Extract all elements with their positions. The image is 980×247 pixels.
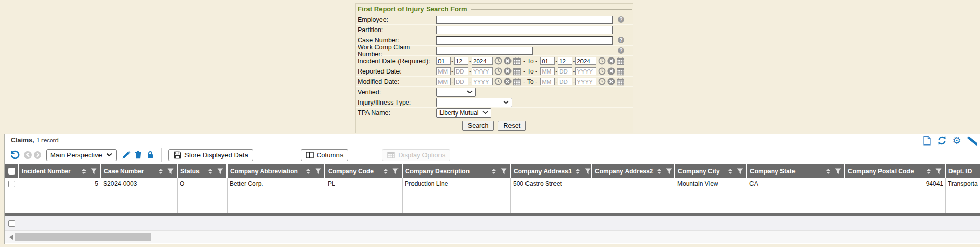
column-header-status[interactable]: Status — [178, 164, 228, 178]
column-header-case-number[interactable]: Case Number — [101, 164, 178, 178]
filter-funnel-icon[interactable] — [167, 168, 174, 175]
sort-icon[interactable] — [826, 169, 830, 174]
sort-icon[interactable] — [728, 169, 732, 174]
calendar-icon[interactable] — [513, 57, 521, 65]
sort-icon[interactable] — [492, 169, 496, 174]
month-input[interactable] — [540, 67, 555, 75]
calendar-icon[interactable] — [513, 78, 521, 85]
lock-icon[interactable] — [146, 151, 154, 159]
clear-date-icon[interactable] — [504, 57, 512, 65]
day-input[interactable] — [558, 78, 572, 85]
clear-date-icon[interactable] — [504, 67, 512, 75]
calendar-icon[interactable] — [617, 57, 624, 65]
new-document-icon[interactable] — [921, 135, 932, 146]
tpa-name-select[interactable]: Liberty Mutual — [436, 108, 491, 118]
filter-funnel-icon[interactable] — [315, 168, 321, 175]
column-header-company-address1[interactable]: Company Address1 — [511, 164, 592, 178]
help-icon[interactable]: ? — [618, 47, 624, 54]
sort-icon[interactable] — [159, 169, 163, 174]
filter-funnel-icon[interactable] — [392, 168, 399, 175]
sort-icon[interactable] — [927, 169, 931, 174]
partition-input[interactable] — [436, 26, 613, 34]
calendar-icon[interactable] — [617, 67, 624, 75]
store-displayed-data-button[interactable]: Store Displayed Data — [168, 149, 253, 161]
undo-icon[interactable] — [10, 150, 20, 160]
clear-date-icon[interactable] — [607, 67, 615, 75]
year-input[interactable] — [575, 57, 596, 65]
row-checkbox[interactable] — [8, 181, 15, 187]
perspective-select[interactable]: Main Perspective — [46, 149, 117, 161]
clock-icon[interactable] — [494, 78, 502, 85]
sort-icon[interactable] — [208, 169, 212, 174]
column-header-company-code[interactable]: Company Code — [325, 164, 403, 178]
year-input[interactable] — [472, 67, 493, 75]
column-header-company-address2[interactable]: Company Address2 — [592, 164, 675, 178]
clock-icon[interactable] — [494, 57, 502, 65]
filter-funnel-icon[interactable] — [666, 168, 672, 175]
sort-icon[interactable] — [657, 169, 661, 174]
select-all-checkbox[interactable] — [5, 164, 19, 178]
column-header-dept-id[interactable]: Dept. ID — [946, 164, 980, 178]
year-input[interactable] — [575, 78, 596, 85]
column-header-company-city[interactable]: Company City — [675, 164, 747, 178]
clock-icon[interactable] — [598, 57, 606, 65]
verified-select[interactable] — [436, 88, 476, 97]
help-icon[interactable]: ? — [618, 16, 624, 23]
year-input[interactable] — [575, 67, 596, 75]
year-input[interactable] — [472, 78, 493, 85]
day-input[interactable] — [454, 57, 468, 65]
calendar-icon[interactable] — [513, 67, 521, 75]
work-comp-input[interactable] — [436, 47, 533, 55]
day-input[interactable] — [454, 67, 468, 75]
scroll-left-arrow-icon[interactable] — [9, 235, 13, 240]
columns-button[interactable]: Columns — [301, 149, 348, 161]
clock-icon[interactable] — [494, 67, 502, 75]
calendar-icon[interactable] — [617, 78, 624, 85]
column-header-incident-number[interactable]: Incident Number — [19, 164, 101, 178]
clock-icon[interactable] — [598, 78, 606, 85]
clear-date-icon[interactable] — [504, 78, 512, 85]
clock-icon[interactable] — [598, 67, 606, 75]
month-input[interactable] — [436, 57, 451, 65]
month-input[interactable] — [436, 78, 451, 85]
injury-type-select[interactable] — [436, 98, 512, 107]
column-header-company-description[interactable]: Company Description — [403, 164, 511, 178]
search-button[interactable]: Search — [462, 121, 494, 131]
sort-icon[interactable] — [576, 169, 580, 174]
footer-checkbox[interactable] — [8, 220, 15, 227]
column-header-company-abbreviation[interactable]: Company Abbreviation — [228, 164, 325, 178]
year-input[interactable] — [472, 57, 493, 65]
employee-input[interactable] — [436, 16, 613, 24]
edit-pencil-icon[interactable] — [122, 151, 131, 159]
horizontal-scrollbar[interactable] — [5, 231, 980, 243]
sort-icon[interactable] — [82, 169, 86, 174]
day-input[interactable] — [558, 57, 572, 65]
scrollbar-thumb[interactable] — [15, 233, 151, 241]
month-input[interactable] — [436, 67, 451, 75]
clear-date-icon[interactable] — [607, 78, 615, 85]
column-header-company-state[interactable]: Company State — [747, 164, 845, 178]
case-number-input[interactable] — [436, 36, 613, 45]
filter-funnel-icon[interactable] — [835, 168, 841, 175]
month-input[interactable] — [540, 57, 555, 65]
gear-icon[interactable]: ⚙ — [951, 135, 962, 146]
filter-funnel-icon[interactable] — [585, 168, 591, 175]
filter-funnel-icon[interactable] — [935, 168, 942, 175]
table-row[interactable]: 5 S2024-0003 O Better Corp. PL Productio… — [5, 178, 980, 213]
filter-funnel-icon[interactable] — [737, 168, 743, 175]
refresh-icon[interactable] — [936, 135, 947, 146]
help-icon[interactable]: ? — [618, 37, 624, 43]
reset-button[interactable]: Reset — [498, 121, 526, 131]
wrench-icon[interactable] — [967, 135, 977, 146]
column-header-company-postal-code[interactable]: Company Postal Code — [845, 164, 946, 178]
filter-funnel-icon[interactable] — [91, 168, 97, 175]
sort-icon[interactable] — [306, 169, 310, 174]
clear-date-icon[interactable] — [607, 57, 615, 65]
day-input[interactable] — [454, 78, 468, 85]
month-input[interactable] — [540, 78, 555, 85]
filter-funnel-icon[interactable] — [501, 168, 507, 175]
day-input[interactable] — [558, 67, 572, 75]
sort-icon[interactable] — [384, 169, 388, 174]
delete-trash-icon[interactable] — [134, 151, 143, 159]
filter-funnel-icon[interactable] — [217, 168, 223, 175]
